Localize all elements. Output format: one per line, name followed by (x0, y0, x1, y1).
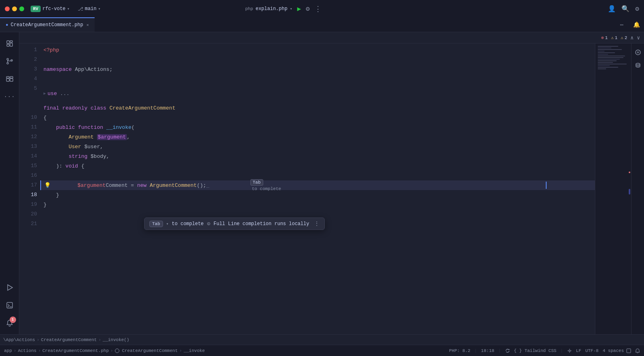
tooltip-more-icon[interactable]: ⋮ (314, 220, 320, 227)
bulb-icon[interactable]: 💡 (44, 182, 51, 188)
project-label: rfc-vote (42, 6, 66, 12)
code-line-11: { (40, 113, 595, 122)
svg-point-16 (569, 350, 570, 352)
statusbar: app › Actions › CreateArgumentComment.ph… (0, 345, 644, 356)
warning-count-2[interactable]: ⚠ 2 (621, 35, 627, 40)
warn-number-2: 2 (625, 35, 627, 40)
titlebar: RV rfc-vote ▾ ⎇ main ▾ php explain.php ▾… (0, 0, 644, 18)
warn-icon-1: ⚠ (611, 35, 614, 40)
to-complete-label: to complete (172, 221, 204, 227)
diag-up-icon[interactable]: ∧ (630, 35, 634, 41)
search-icon[interactable]: 🔍 (621, 5, 630, 13)
tab-close-icon[interactable]: ✕ (87, 23, 89, 27)
breadcrumb-item-2[interactable]: CreateArgumentComment (41, 337, 97, 342)
svg-rect-8 (10, 79, 13, 81)
sidebar-item-notification[interactable]: 1 (2, 315, 18, 331)
status-position[interactable]: 18:18 (481, 348, 494, 353)
database-icon[interactable] (632, 60, 644, 71)
path-method: __invoke (184, 348, 205, 353)
code-line-3: namespace App\Actions; (40, 64, 595, 74)
notification-badge: 1 (10, 317, 16, 323)
status-notification-right[interactable] (635, 348, 640, 353)
warning-count-1[interactable]: ⚠ 1 (611, 35, 617, 40)
main-layout: ··· 1 ⊗ 1 (0, 32, 644, 334)
encoding-label: UTF-8 (585, 348, 599, 353)
completion-tooltip: Tab ▾ to complete ⊙ Full Line completion… (144, 217, 325, 230)
code-line-4 (40, 74, 595, 84)
status-path[interactable]: app › Actions › CreateArgumentComment.ph… (4, 348, 205, 353)
cursor (546, 182, 547, 189)
code-line-14: User $user, (40, 142, 595, 151)
svg-rect-12 (7, 302, 12, 308)
status-sync[interactable] (505, 348, 510, 353)
branch-selector[interactable]: ⎇ main ▾ (78, 6, 101, 12)
sidebar-item-more[interactable]: ··· (2, 89, 18, 105)
tab-notification-button[interactable]: 🔔 (629, 17, 644, 32)
tailwind-label: { } Tailwind CSS (514, 348, 557, 353)
breadcrumb-item-3[interactable]: __invoke() (103, 337, 129, 342)
status-settings-sync[interactable] (567, 348, 572, 353)
tab-label: CreateArgumentComment.php (11, 22, 83, 28)
more-actions-icon[interactable]: ⋮ (314, 4, 322, 13)
breadcrumb-bar: \App\Actions › CreateArgumentComment › _… (0, 334, 644, 345)
status-php[interactable]: PHP: 8.2 (449, 348, 471, 353)
path-label: app (4, 348, 12, 353)
project-chevron-icon: ▾ (67, 6, 70, 11)
status-line-ending[interactable]: LF (576, 348, 581, 353)
svg-rect-1 (10, 41, 12, 42)
status-tailwind[interactable]: { } Tailwind CSS (514, 348, 557, 353)
php-icon: php (245, 6, 253, 11)
gear-icon[interactable]: ⚙ (306, 5, 310, 13)
svg-rect-2 (7, 44, 9, 46)
php-version-label: PHP: 8.2 (449, 348, 471, 353)
sidebar-item-git[interactable] (2, 53, 18, 69)
minimize-button[interactable] (12, 6, 17, 11)
bell-icon: 🔔 (633, 21, 640, 28)
sidebar-item-explorer[interactable] (2, 35, 18, 52)
statusbar-right: PHP: 8.2 | 18:18 | { } Tailwind CSS | LF (449, 348, 640, 353)
statusbar-left: app › Actions › CreateArgumentComment.ph… (4, 348, 205, 353)
svg-rect-9 (6, 77, 9, 78)
svg-rect-10 (10, 77, 13, 78)
svg-rect-0 (7, 41, 9, 43)
project-badge: RV (31, 6, 41, 12)
tab-php-icon: ● (6, 23, 8, 27)
sidebar-item-extensions[interactable] (2, 71, 18, 87)
svg-rect-3 (10, 43, 12, 46)
run-file-selector[interactable]: php explain.php ▾ (245, 6, 292, 12)
tab-create-argument-comment[interactable]: ● CreateArgumentComment.php ✕ (0, 17, 95, 32)
run-filename: explain.php (256, 6, 287, 12)
position-label: 18:18 (481, 348, 494, 353)
settings-icon[interactable]: ⚙ (635, 5, 639, 13)
status-indent[interactable]: 4 spaces (603, 348, 631, 353)
minimap-error-marker (629, 172, 630, 173)
code-line-1: <?php (40, 45, 595, 55)
code-line-15: string $body, (40, 151, 595, 161)
status-encoding[interactable]: UTF-8 (585, 348, 599, 353)
inline-tab-label: Tab (250, 179, 263, 186)
diag-down-icon[interactable]: ∨ (637, 35, 640, 41)
editor-area: ⊗ 1 ⚠ 1 ⚠ 2 ∧ ∨ 1 2 3 4 5 (19, 32, 644, 334)
info-icon: ⊙ (207, 220, 210, 227)
tab-more-button[interactable]: ⋯ (616, 17, 627, 32)
breadcrumb-item-1[interactable]: \App\Actions (3, 337, 35, 342)
tab-chevron-icon[interactable]: ▾ (166, 221, 169, 226)
user-icon[interactable]: 👤 (608, 5, 616, 13)
diagnostics-bar: ⊗ 1 ⚠ 1 ⚠ 2 ∧ ∨ (19, 32, 644, 43)
error-icon: ⊗ (601, 35, 604, 40)
traffic-lights (5, 6, 24, 11)
close-button[interactable] (5, 6, 10, 11)
code-line-18[interactable]: 💡 $argumentComment = new ArgumentComment… (40, 180, 595, 190)
code-editor[interactable]: 1 2 3 4 5 10 11 12 13 14 15 16 17 18 19 … (19, 43, 644, 334)
error-count[interactable]: ⊗ 1 (601, 35, 608, 40)
project-name[interactable]: RV rfc-vote ▾ (27, 6, 70, 12)
code-content[interactable]: <?php namespace App\Actions; ▶ use ... (40, 43, 595, 334)
sidebar-item-terminal[interactable] (2, 297, 18, 313)
code-line-13: Argument $argument, (40, 132, 595, 142)
run-button[interactable]: ▶ (297, 5, 301, 13)
warn-number-1: 1 (615, 35, 618, 40)
maximize-button[interactable] (19, 6, 24, 11)
ai-icon[interactable] (632, 47, 644, 58)
svg-point-4 (7, 58, 8, 60)
sidebar-item-run[interactable] (2, 279, 18, 296)
